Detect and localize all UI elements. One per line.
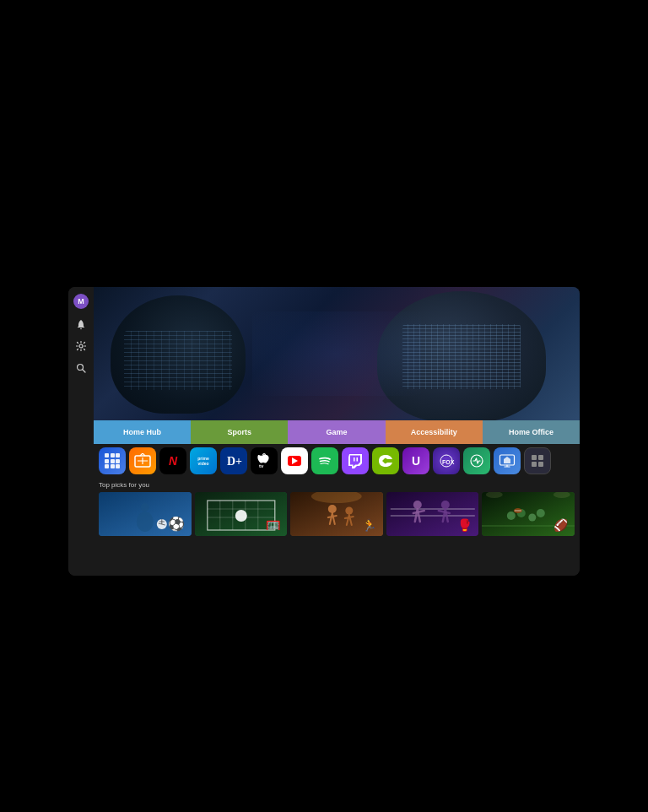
svg-point-42 bbox=[441, 501, 450, 509]
app-netflix[interactable]: N bbox=[159, 447, 186, 474]
notification-icon[interactable] bbox=[74, 317, 88, 331]
svg-point-1 bbox=[79, 344, 83, 348]
app-geforce-now[interactable] bbox=[372, 447, 399, 474]
app-twitch[interactable] bbox=[342, 447, 369, 474]
picks-row bbox=[99, 492, 575, 536]
app-samsung-health[interactable] bbox=[463, 447, 490, 474]
apps-row: N primevideo D+ tv bbox=[94, 444, 580, 478]
svg-rect-17 bbox=[532, 455, 537, 460]
app-screen-mirror[interactable] bbox=[494, 447, 521, 474]
main-content: Home Hub Sports Game Accessibility Home … bbox=[94, 287, 580, 576]
sidebar: M bbox=[68, 287, 94, 576]
svg-rect-38 bbox=[386, 492, 479, 536]
svg-point-22 bbox=[137, 512, 154, 532]
svg-rect-43 bbox=[482, 492, 575, 536]
svg-point-45 bbox=[507, 512, 516, 520]
svg-rect-20 bbox=[538, 462, 543, 467]
pick-card-3[interactable] bbox=[290, 492, 383, 536]
svg-point-37 bbox=[345, 507, 353, 515]
svg-point-41 bbox=[413, 501, 422, 509]
top-picks-label: Top picks for you bbox=[99, 481, 575, 489]
tab-sports[interactable]: Sports bbox=[191, 420, 288, 444]
pick-card-2[interactable] bbox=[195, 492, 288, 536]
app-youtube[interactable] bbox=[281, 447, 308, 474]
app-prime-video[interactable]: primevideo bbox=[190, 447, 217, 474]
search-icon[interactable] bbox=[74, 361, 88, 375]
app-disney-plus[interactable]: D+ bbox=[220, 447, 247, 474]
app-utomik[interactable]: U bbox=[402, 447, 429, 474]
app-apple-tv[interactable]: tv bbox=[251, 447, 278, 474]
pick-card-5[interactable] bbox=[482, 492, 575, 536]
top-picks-section: Top picks for you bbox=[94, 478, 580, 576]
svg-point-36 bbox=[328, 505, 337, 513]
svg-text:FOX: FOX bbox=[442, 459, 455, 465]
avatar[interactable]: M bbox=[73, 294, 89, 309]
tab-game[interactable]: Game bbox=[288, 420, 385, 444]
svg-text:tv: tv bbox=[259, 463, 264, 468]
svg-point-33 bbox=[235, 510, 246, 522]
settings-icon[interactable] bbox=[74, 339, 88, 353]
svg-rect-11 bbox=[354, 457, 355, 462]
app-fox-sports[interactable]: FOX bbox=[433, 447, 460, 474]
svg-rect-12 bbox=[357, 457, 359, 462]
pick-card-4[interactable] bbox=[386, 492, 479, 536]
nav-tabs: Home Hub Sports Game Accessibility Home … bbox=[94, 420, 580, 444]
svg-text:D+: D+ bbox=[227, 455, 242, 468]
svg-point-0 bbox=[80, 328, 82, 329]
svg-line-3 bbox=[83, 370, 86, 373]
svg-point-48 bbox=[537, 509, 545, 517]
tab-home-hub[interactable]: Home Hub bbox=[94, 420, 191, 444]
hero-image bbox=[94, 287, 580, 420]
svg-point-23 bbox=[141, 503, 149, 512]
app-samsung-apps[interactable] bbox=[99, 447, 126, 474]
svg-rect-18 bbox=[538, 455, 543, 460]
svg-point-47 bbox=[529, 514, 537, 522]
svg-rect-19 bbox=[532, 462, 537, 467]
tab-accessibility[interactable]: Accessibility bbox=[386, 420, 483, 444]
tv-frame: M bbox=[68, 287, 580, 576]
app-more[interactable] bbox=[524, 447, 551, 474]
app-spotify[interactable] bbox=[311, 447, 338, 474]
pick-card-1[interactable] bbox=[99, 492, 192, 536]
app-samsung-tv-plus[interactable] bbox=[129, 447, 156, 474]
tab-home-office[interactable]: Home Office bbox=[483, 420, 580, 444]
